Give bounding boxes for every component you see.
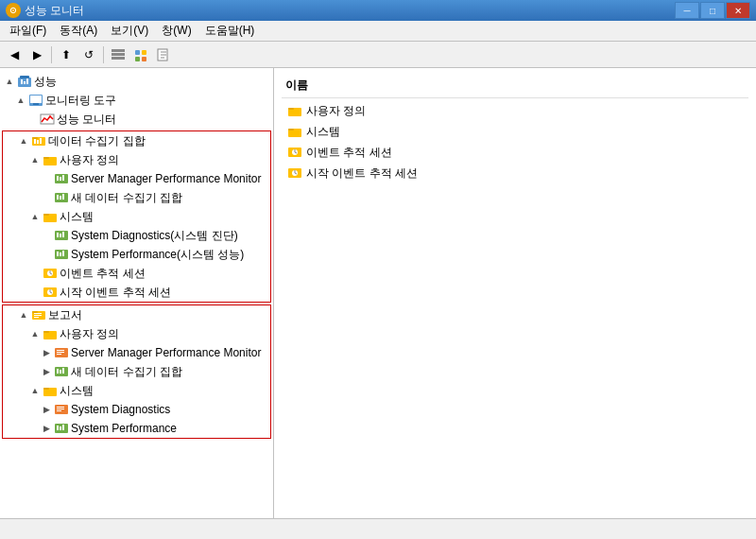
tree-item-monitoring[interactable]: ▲ 모니터링 도구 bbox=[0, 91, 273, 110]
icon-right-user-defined bbox=[287, 103, 302, 118]
label-right-event-trace: 이벤트 추적 세션 bbox=[306, 145, 392, 161]
right-item-start-event-trace[interactable]: 시작 이벤트 추적 세션 bbox=[282, 163, 748, 183]
label-sys-perf2: System Performance bbox=[71, 422, 177, 435]
svg-rect-61 bbox=[57, 350, 64, 351]
tree-item-new-dcs2[interactable]: ▶ 새 데이터 수집기 집합 bbox=[3, 362, 270, 381]
toggle-system2[interactable]: ▲ bbox=[29, 385, 41, 396]
svg-rect-67 bbox=[62, 368, 64, 374]
svg-rect-39 bbox=[60, 234, 61, 237]
menu-help[interactable]: 도움말(H) bbox=[199, 21, 261, 41]
icon-monitoring bbox=[28, 93, 43, 108]
tree-item-dcs[interactable]: ▲ 데이터 수집기 집합 bbox=[3, 131, 270, 150]
right-item-system[interactable]: 시스템 bbox=[282, 121, 748, 142]
label-new-dcs: 새 데이터 수집기 집합 bbox=[71, 190, 182, 206]
icon-right-system bbox=[287, 124, 302, 139]
maximize-button[interactable]: □ bbox=[700, 2, 725, 19]
tree-item-user-defined2[interactable]: ▲ 사용자 정의 bbox=[3, 324, 270, 343]
toggle-new-dcs bbox=[41, 192, 52, 203]
label-event-trace1: 이벤트 추적 세션 bbox=[60, 266, 146, 282]
toolbar-refresh[interactable]: ↺ bbox=[78, 44, 99, 65]
toggle-user-defined[interactable]: ▲ bbox=[29, 154, 41, 165]
tree-item-sys-perf1[interactable]: System Performance(시스템 성능) bbox=[3, 245, 270, 264]
tree-item-sys-diag1[interactable]: System Diagnostics(시스템 진단) bbox=[3, 226, 270, 245]
icon-sys-diag1 bbox=[54, 228, 69, 243]
svg-rect-76 bbox=[60, 426, 61, 430]
svg-rect-65 bbox=[57, 369, 59, 374]
tree-item-system2[interactable]: ▲ 시스템 bbox=[3, 381, 270, 400]
icon-sys-perf1 bbox=[54, 247, 69, 262]
icon-system1 bbox=[43, 209, 58, 224]
toggle-user-defined2[interactable]: ▲ bbox=[29, 328, 41, 339]
tree-item-server-mgr[interactable]: Server Manager Performance Monitor bbox=[3, 169, 270, 188]
toolbar-up[interactable]: ⬆ bbox=[56, 44, 77, 65]
tree-item-system1[interactable]: ▲ 시스템 bbox=[3, 207, 270, 226]
tree-item-perfmon[interactable]: 성능 모니터 bbox=[0, 110, 273, 129]
svg-rect-57 bbox=[34, 317, 39, 318]
tree-item-reports[interactable]: ▲ 보고서 bbox=[3, 305, 270, 324]
svg-rect-54 bbox=[32, 311, 38, 313]
toolbar-properties[interactable] bbox=[130, 44, 151, 65]
icon-user-defined bbox=[43, 152, 58, 167]
label-user-defined: 사용자 정의 bbox=[60, 152, 119, 168]
icon-system2 bbox=[43, 383, 58, 398]
right-panel: 이름 사용자 정의 시스템 bbox=[274, 68, 756, 518]
icon-user-defined2 bbox=[43, 326, 58, 341]
toggle-sys-diag2[interactable]: ▶ bbox=[41, 404, 52, 415]
toolbar-back[interactable]: ◀ bbox=[4, 44, 25, 65]
tree-item-new-dcs[interactable]: 새 데이터 수집기 집합 bbox=[3, 188, 270, 207]
main-content: ▲ 성능 ▲ bbox=[0, 68, 756, 518]
label-perf: 성능 bbox=[34, 74, 57, 90]
menu-file[interactable]: 파일(F) bbox=[4, 21, 52, 41]
icon-right-start-event-trace bbox=[287, 165, 302, 181]
label-right-start-event-trace: 시작 이벤트 추적 세션 bbox=[306, 165, 418, 182]
title-bar-controls[interactable]: ─ □ ✕ bbox=[675, 2, 750, 19]
menu-window[interactable]: 창(W) bbox=[156, 21, 197, 41]
svg-rect-75 bbox=[57, 426, 59, 430]
minimize-button[interactable]: ─ bbox=[675, 2, 699, 19]
svg-rect-17 bbox=[30, 96, 42, 103]
right-item-event-trace[interactable]: 이벤트 추적 세션 bbox=[282, 142, 748, 163]
toggle-system1[interactable]: ▲ bbox=[29, 211, 41, 222]
tree-item-start-event-trace1[interactable]: 시작 이벤트 추적 세션 bbox=[3, 283, 270, 302]
window-title: 성능 모니터 bbox=[25, 3, 84, 19]
toggle-sys-perf2[interactable]: ▶ bbox=[41, 423, 52, 434]
toolbar-forward[interactable]: ▶ bbox=[26, 44, 47, 65]
toggle-server-mgr bbox=[41, 173, 52, 184]
svg-rect-33 bbox=[60, 196, 61, 200]
tree-item-sys-diag2[interactable]: ▶ System Diagnostics bbox=[3, 400, 270, 419]
menu-view[interactable]: 보기(V) bbox=[105, 21, 154, 41]
toggle-new-dcs2[interactable]: ▶ bbox=[41, 366, 52, 377]
toggle-perf[interactable]: ▲ bbox=[4, 76, 15, 87]
label-dcs: 데이터 수집기 집합 bbox=[48, 133, 146, 149]
label-system2: 시스템 bbox=[60, 383, 94, 399]
toggle-monitoring[interactable]: ▲ bbox=[15, 95, 26, 106]
svg-rect-42 bbox=[57, 252, 59, 256]
toggle-dcs[interactable]: ▲ bbox=[18, 135, 29, 147]
svg-rect-44 bbox=[62, 251, 64, 256]
svg-rect-26 bbox=[43, 157, 49, 159]
toolbar-show-hide[interactable] bbox=[108, 44, 129, 65]
svg-rect-29 bbox=[60, 177, 61, 181]
label-server-mgr: Server Manager Performance Monitor bbox=[71, 172, 261, 185]
close-button[interactable]: ✕ bbox=[726, 2, 750, 19]
menu-action[interactable]: 동작(A) bbox=[54, 21, 103, 41]
toggle-perfmon bbox=[26, 113, 38, 125]
icon-sys-perf2 bbox=[54, 421, 69, 436]
svg-rect-72 bbox=[57, 409, 64, 409]
tree-item-server-mgr2[interactable]: ▶ Server Manager Performance Monitor bbox=[3, 343, 270, 362]
tree-item-perf[interactable]: ▲ 성능 bbox=[0, 72, 273, 91]
tree-item-user-defined[interactable]: ▲ 사용자 정의 bbox=[3, 150, 270, 169]
toggle-sys-diag1 bbox=[41, 230, 52, 241]
svg-rect-24 bbox=[40, 138, 42, 144]
right-item-user-defined[interactable]: 사용자 정의 bbox=[282, 100, 748, 121]
svg-rect-14 bbox=[24, 81, 26, 84]
tree-item-sys-perf2[interactable]: ▶ System Performance bbox=[3, 419, 270, 438]
toggle-reports[interactable]: ▲ bbox=[18, 309, 29, 321]
status-bar bbox=[0, 518, 756, 539]
svg-rect-63 bbox=[57, 354, 61, 355]
tree-item-event-trace1[interactable]: 이벤트 추적 세션 bbox=[3, 264, 270, 283]
label-right-user-defined: 사용자 정의 bbox=[306, 103, 366, 119]
toggle-server-mgr2[interactable]: ▶ bbox=[41, 347, 52, 358]
icon-start-event-trace1 bbox=[43, 285, 58, 300]
toolbar-new[interactable] bbox=[153, 44, 174, 65]
